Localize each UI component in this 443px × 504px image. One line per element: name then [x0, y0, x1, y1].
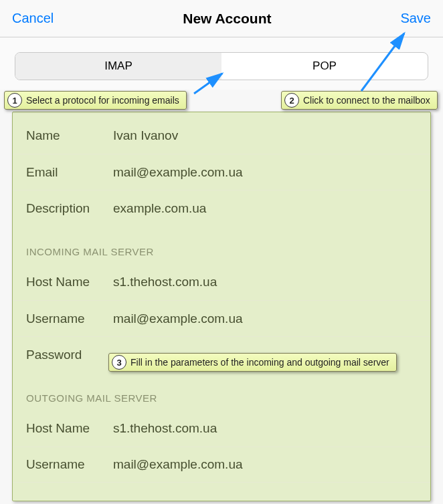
segment-imap[interactable]: IMAP [15, 53, 222, 80]
outgoing-host-value: s1.thehost.com.ua [113, 421, 417, 436]
settings-panel: Name Ivan Ivanov Email mail@example.com.… [13, 112, 430, 483]
description-value: example.com.ua [113, 201, 417, 216]
name-label: Name [26, 128, 113, 143]
email-value: mail@example.com.ua [113, 165, 417, 180]
segmented-wrap: IMAP POP [0, 37, 443, 90]
cancel-button[interactable]: Cancel [12, 11, 54, 26]
outgoing-user-value: mail@example.com.ua [113, 457, 417, 472]
name-value: Ivan Ivanov [113, 128, 417, 143]
row-outgoing-user[interactable]: Username mail@example.com.ua [13, 447, 430, 483]
description-label: Description [26, 201, 113, 216]
incoming-user-label: Username [26, 311, 113, 326]
incoming-host-value: s1.thehost.com.ua [113, 275, 417, 289]
outgoing-user-label: Username [26, 457, 113, 472]
row-email[interactable]: Email mail@example.com.ua [13, 154, 430, 190]
row-name[interactable]: Name Ivan Ivanov [13, 118, 430, 154]
annotation-highlight: Name Ivan Ivanov Email mail@example.com.… [12, 112, 431, 501]
incoming-host-label: Host Name [26, 275, 113, 289]
header-bar: Cancel New Account Save [0, 0, 443, 37]
account-section: Name Ivan Ivanov Email mail@example.com.… [13, 112, 430, 226]
callout-2: 2 Click to connect to the mailbox [281, 91, 438, 110]
callout-2-text: Click to connect to the mailbox [303, 95, 437, 106]
segment-pop[interactable]: POP [222, 53, 428, 80]
protocol-segmented: IMAP POP [15, 52, 428, 80]
incoming-user-value: mail@example.com.ua [113, 311, 417, 326]
row-description[interactable]: Description example.com.ua [13, 190, 430, 226]
callout-3: 3 Fill in the parameters of the incoming… [108, 353, 397, 372]
row-incoming-host[interactable]: Host Name s1.thehost.com.ua [13, 264, 430, 300]
callout-1: 1 Select a protocol for incoming emails [4, 91, 187, 110]
incoming-section-label: INCOMING MAIL SERVER [13, 226, 430, 264]
row-incoming-user[interactable]: Username mail@example.com.ua [13, 300, 430, 336]
outgoing-section: Host Name s1.thehost.com.ua Username mai… [13, 410, 430, 483]
callout-1-number: 1 [7, 93, 22, 108]
incoming-pass-label: Password [26, 348, 113, 362]
email-label: Email [26, 165, 113, 180]
callout-3-text: Fill in the parameters of the incoming a… [130, 357, 396, 368]
outgoing-section-label: OUTGOING MAIL SERVER [13, 372, 430, 410]
outgoing-host-label: Host Name [26, 421, 113, 436]
save-button[interactable]: Save [400, 11, 431, 26]
page-title: New Account [183, 11, 271, 27]
callout-3-number: 3 [112, 355, 126, 370]
row-outgoing-host[interactable]: Host Name s1.thehost.com.ua [13, 410, 430, 447]
callout-1-text: Select a protocol for incoming emails [26, 95, 186, 106]
callout-2-number: 2 [284, 93, 299, 108]
